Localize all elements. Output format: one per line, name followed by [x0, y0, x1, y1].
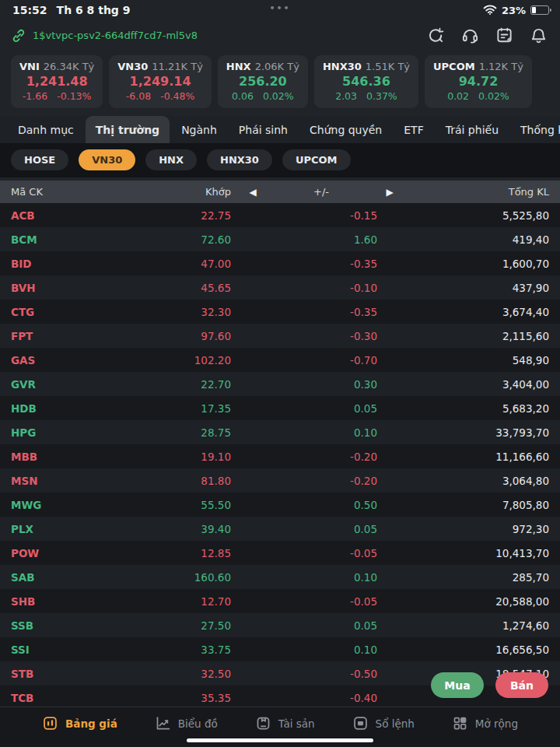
- matched-price: 81.80: [89, 475, 231, 487]
- table-row-fpt[interactable]: FPT97.60-0.302,115,60: [0, 324, 560, 348]
- filter-pill-vn30[interactable]: VN30: [79, 149, 135, 170]
- index-change-abs: -1.66: [23, 90, 47, 102]
- filter-pill-hose[interactable]: HOSE: [11, 149, 68, 170]
- index-change-pct: 0.02%: [478, 90, 509, 102]
- tab-trai-phieu[interactable]: Trái phiếu: [436, 116, 509, 143]
- total-volume: 1,600,70: [377, 258, 549, 270]
- table-row-gas[interactable]: GAS102.20-0.70548,90: [0, 348, 560, 372]
- index-value: 1,241.48: [19, 74, 94, 89]
- matched-price: 17.35: [89, 402, 231, 415]
- tab-thi-truong[interactable]: Thị trường: [86, 116, 170, 143]
- index-card-hnx[interactable]: HNX2.06K Tỷ256.200.060.02%: [218, 55, 308, 108]
- filter-pill-hnx[interactable]: HNX: [145, 149, 197, 170]
- table-row-bvh[interactable]: BVH45.65-0.10437,90: [0, 275, 560, 300]
- matched-price: 33.75: [89, 644, 231, 656]
- table-row-ssb[interactable]: SSB27.500.051,274,60: [0, 613, 560, 637]
- index-turnover: 11.21K Tỷ: [152, 61, 203, 72]
- buy-button[interactable]: Mua: [431, 672, 484, 698]
- table-row-shb[interactable]: SHB12.70-0.0520,588,00: [0, 589, 560, 613]
- price-change: 0.10: [231, 644, 377, 656]
- prev-column-arrow-icon[interactable]: ◀: [231, 187, 275, 198]
- nav-item-so-lenh[interactable]: Sổ lệnh: [352, 715, 415, 731]
- refresh-icon[interactable]: [427, 26, 445, 44]
- index-card-hnx30[interactable]: HNX301.51K Tỷ546.362.030.37%: [314, 55, 418, 108]
- price-change: 0.30: [231, 378, 377, 391]
- trade-buttons: Mua Bán: [431, 672, 548, 698]
- matched-price: 97.60: [89, 330, 231, 342]
- nav-label: Mở rộng: [475, 717, 518, 730]
- table-row-msn[interactable]: MSN81.80-0.203,064,80: [0, 468, 560, 493]
- table-row-bcm[interactable]: BCM72.601.60419,40: [0, 227, 560, 251]
- assets-icon: [255, 715, 271, 731]
- matched-price: 32.30: [89, 306, 231, 318]
- tab-thong-ke[interactable]: Thống kê: [510, 116, 560, 143]
- filter-pill-hnx30[interactable]: HNX30: [207, 149, 272, 170]
- index-value: 94.72: [433, 74, 523, 89]
- index-change: 0.060.02%: [226, 90, 299, 102]
- table-row-plx[interactable]: PLX39.400.05972,30: [0, 517, 560, 541]
- nav-item-mo-rong[interactable]: Mở rộng: [452, 715, 518, 731]
- index-name: UPCOM: [433, 61, 475, 72]
- table-row-acb[interactable]: ACB22.75-0.155,525,80: [0, 203, 560, 227]
- tab-phai-sinh[interactable]: Phái sinh: [229, 116, 298, 143]
- price-change: 0.05: [231, 619, 377, 632]
- link-icon: [11, 28, 26, 44]
- table-row-pow[interactable]: POW12.85-0.0510,413,70: [0, 541, 560, 565]
- table-row-mbb[interactable]: MBB19.10-0.2011,166,60: [0, 444, 560, 468]
- price-change: -0.05: [231, 547, 377, 559]
- price-change: 0.05: [231, 523, 377, 535]
- total-volume: 11,166,60: [377, 451, 549, 463]
- session-link[interactable]: 1$vtvpc-psv2-664dff7cd7-ml5v8: [11, 28, 198, 44]
- col-header-change[interactable]: +/-: [275, 186, 368, 198]
- tab-danh-muc[interactable]: Danh mục: [8, 116, 84, 143]
- tab-etf[interactable]: ETF: [394, 116, 433, 143]
- table-row-bid[interactable]: BID47.00-0.351,600,70: [0, 251, 560, 275]
- col-header-volume[interactable]: Tổng KL: [411, 186, 549, 198]
- total-volume: 5,683,20: [377, 402, 549, 415]
- table-row-ssi[interactable]: SSI33.750.1016,656,50: [0, 637, 560, 661]
- home-indicator[interactable]: [187, 738, 373, 742]
- table-row-hpg[interactable]: HPG28.750.1033,793,70: [0, 420, 560, 444]
- next-column-arrow-icon[interactable]: ▶: [368, 187, 411, 198]
- col-header-price[interactable]: Khớp: [89, 186, 231, 198]
- total-volume: 2,115,60: [377, 330, 549, 342]
- tab-nganh[interactable]: Ngành: [171, 116, 227, 143]
- index-card-vni[interactable]: VNI26.34K Tỷ1,241.48-1.66-0.13%: [11, 55, 103, 108]
- total-volume: 33,793,70: [377, 426, 549, 439]
- matched-price: 45.65: [89, 282, 231, 294]
- total-volume: 7,805,80: [377, 499, 549, 511]
- stock-symbol: SSB: [11, 619, 89, 632]
- nav-item-bieu-đo[interactable]: Biểu đồ: [155, 715, 218, 731]
- multitask-dots-icon: •••: [0, 3, 560, 13]
- feedback-note-icon[interactable]: [495, 26, 513, 44]
- index-change-pct: 0.37%: [366, 90, 397, 102]
- index-turnover: 26.34K Tỷ: [44, 61, 95, 72]
- price-change: -0.15: [231, 209, 377, 222]
- filter-pill-upcom[interactable]: UPCOM: [282, 149, 351, 170]
- nav-item-bang-gia[interactable]: Bảng giá: [42, 715, 117, 731]
- total-volume: 16,656,50: [377, 644, 549, 656]
- index-card-vn30[interactable]: VN3011.21K Tỷ1,249.14-6.08-0.48%: [109, 55, 212, 108]
- index-card-upcom[interactable]: UPCOM1.12K Tỷ94.720.020.02%: [425, 55, 532, 108]
- table-row-gvr[interactable]: GVR22.700.303,404,00: [0, 372, 560, 396]
- stock-symbol: HPG: [11, 426, 89, 439]
- index-turnover: 2.06K Tỷ: [255, 61, 299, 72]
- nav-item-tai-san[interactable]: Tài sản: [255, 715, 315, 731]
- index-name: HNX: [226, 61, 251, 72]
- notification-bell-icon[interactable]: [530, 26, 548, 44]
- index-name: HNX30: [323, 61, 362, 72]
- index-change: 2.030.37%: [323, 90, 410, 102]
- market-tabs: Danh mụcThị trườngNgànhPhái sinhChứng qu…: [0, 116, 560, 143]
- sell-button[interactable]: Bán: [495, 672, 548, 698]
- table-row-hdb[interactable]: HDB17.350.055,683,20: [0, 396, 560, 420]
- table-row-sab[interactable]: SAB160.600.10285,70: [0, 565, 560, 589]
- price-change: -0.35: [231, 306, 377, 318]
- table-row-mwg[interactable]: MWG55.500.507,805,80: [0, 493, 560, 517]
- stock-symbol: CTG: [11, 306, 89, 318]
- index-name: VNI: [19, 61, 40, 72]
- tab-chung-quyen[interactable]: Chứng quyền: [299, 116, 392, 143]
- stock-symbol: MBB: [11, 451, 89, 463]
- support-headset-icon[interactable]: [461, 26, 479, 44]
- table-row-ctg[interactable]: CTG32.30-0.353,674,40: [0, 300, 560, 324]
- chart-icon: [155, 715, 171, 731]
